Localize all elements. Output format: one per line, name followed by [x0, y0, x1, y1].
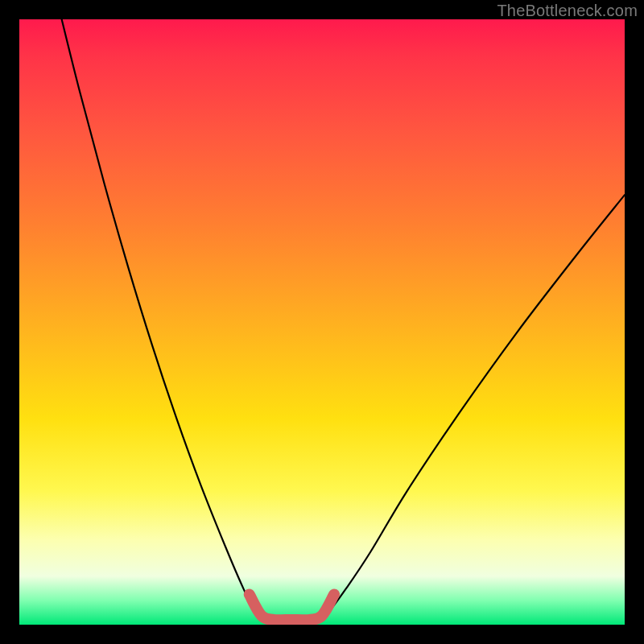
bottom-highlight [250, 594, 334, 620]
left-curve [62, 19, 265, 621]
watermark-text: TheBottleneck.com [497, 2, 638, 20]
chart-frame: TheBottleneck.com [0, 0, 644, 644]
plot-area [19, 19, 625, 625]
right-curve [316, 195, 625, 621]
curve-layer [19, 19, 625, 625]
